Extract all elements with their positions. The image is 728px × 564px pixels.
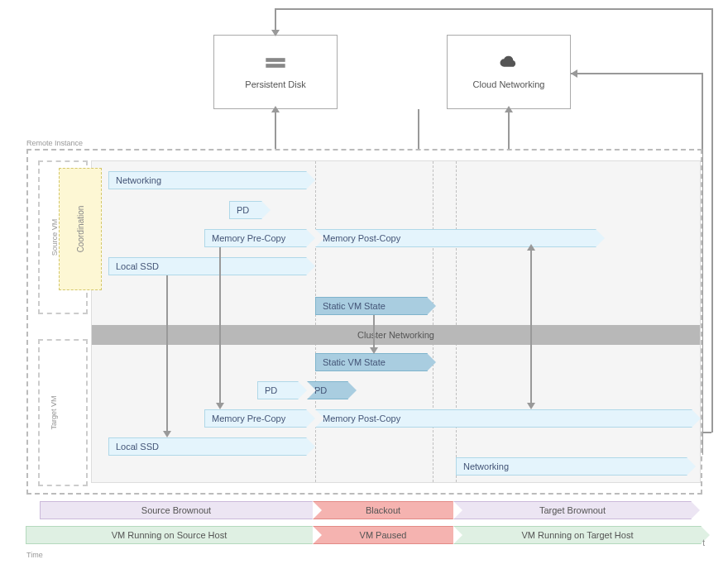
lane-local-ssd-source: Local SSD [108, 257, 307, 275]
lane-pd-target-1: PD [257, 381, 299, 399]
bar-blackout: Blackout [313, 501, 453, 519]
bar-target-brownout: Target Brownout [453, 501, 692, 519]
arrowhead-up-icon [505, 106, 513, 112]
connector [571, 73, 702, 74]
arrowhead-down-icon [271, 30, 280, 36]
disk-icon [264, 55, 287, 71]
target-vm-outline: Target VM [38, 339, 88, 486]
bar-vm-running-source: VM Running on Source Host [26, 526, 313, 544]
phase-divider [315, 161, 316, 482]
connector [219, 247, 221, 406]
connector [373, 315, 375, 351]
arrowhead-down-icon [216, 403, 224, 409]
phase-divider [433, 161, 433, 482]
bar-source-brownout: Source Brownout [40, 501, 313, 519]
bar-vm-paused: VM Paused [313, 526, 453, 544]
arrowhead-up-icon [271, 106, 280, 112]
source-vm-label: Source VM [50, 219, 59, 256]
lane-static-vm-state-target: Static VM State [315, 353, 428, 371]
persistent-disk-label: Persistent Disk [245, 79, 305, 89]
connector [711, 8, 713, 433]
cloud-networking-label: Cloud Networking [473, 79, 545, 89]
remote-instance-outline: Source VM Target VM Coordination Network… [26, 149, 702, 495]
lane-memory-postcopy-source: Memory Post-Copy [315, 229, 596, 247]
lane-networking-source: Networking [108, 171, 307, 189]
lane-memory-precopy-source: Memory Pre-Copy [204, 229, 307, 247]
bar-vm-running-target: VM Running on Target Host [453, 526, 702, 544]
arrowhead-down-icon [370, 347, 378, 354]
cloud-networking-box: Cloud Networking [447, 35, 571, 109]
phase-divider [456, 161, 457, 482]
lane-pd-source: PD [229, 201, 262, 219]
arrowhead-left-icon [571, 69, 577, 78]
coordination-label: Coordination [76, 206, 85, 253]
arrowhead-down-icon [527, 403, 535, 409]
remote-instance-label: Remote Instance [26, 139, 83, 147]
connector [275, 8, 713, 10]
arrowhead-up-icon [527, 244, 535, 251]
target-vm-label: Target VM [50, 395, 58, 429]
lane-pd-target-2: PD [307, 381, 348, 399]
lane-memory-postcopy-target: Memory Post-Copy [315, 409, 692, 428]
svg-rect-0 [266, 58, 285, 62]
coordination-box: Coordination [59, 168, 102, 290]
lane-static-vm-state-source: Static VM State [315, 297, 428, 315]
svg-rect-1 [266, 64, 285, 68]
lane-networking-target: Networking [456, 457, 687, 476]
lane-memory-precopy-target: Memory Pre-Copy [204, 409, 307, 428]
cluster-networking-band: Cluster Networking [92, 325, 700, 345]
cloud-icon [497, 55, 520, 71]
time-axis-end: t [702, 538, 705, 547]
connector [166, 275, 168, 434]
connector [530, 247, 532, 406]
arrowhead-down-icon [163, 431, 171, 437]
time-axis-label: Time [26, 551, 43, 559]
lane-local-ssd-target: Local SSD [108, 437, 307, 456]
persistent-disk-box: Persistent Disk [213, 35, 338, 109]
timeline-area: Coordination Networking PD Memory Pre-Co… [91, 160, 701, 483]
